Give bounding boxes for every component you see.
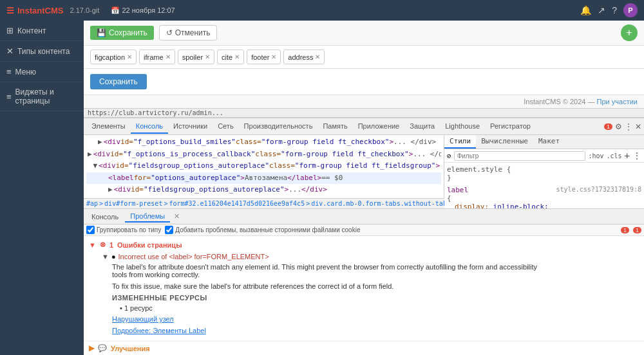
error-item: ▼ ● Incorrect use of <label> for=FORM_EL… [89,251,639,338]
dom-line[interactable]: ▼ <div id="fieldsgroup_options_autorepla… [86,160,441,172]
sidebar-label-content-types: Типы контента [17,47,70,56]
styles-tab-styles[interactable]: Стили [444,135,476,149]
devtools-tab-recorder[interactable]: Регистратор [485,120,536,134]
group-by-type-checkbox[interactable]: Группировать по типу [86,226,161,234]
sidebar-item-content-types[interactable]: ✕ Типы контента [0,41,84,62]
settings-icon[interactable]: ⚙ [615,122,622,131]
menu-icon: ≡ [6,67,12,77]
error-description: The label's for attribute doesn't match … [102,260,553,281]
devtools-tab-elements[interactable]: Элементы [86,120,131,134]
add-button[interactable]: + [621,24,638,41]
collapse-icon[interactable]: ▶ [108,185,113,196]
sidebar-label-widgets: Виджеты и страницы [15,87,77,105]
avatar[interactable]: P [623,3,638,17]
tag-figcaption-remove[interactable]: ✕ [127,53,132,60]
plus-icon[interactable]: + [625,150,630,161]
styles-filter: ⊘ :hov .cls + ⋮ [444,149,644,163]
warn-count-badge: 1 [633,227,641,233]
dom-line[interactable]: ▶ <div id="fieldsgroup_options_autorepla… [86,184,441,196]
styles-tab-layout[interactable]: Макет [533,135,565,149]
dom-line[interactable]: ▶ <div id="f_options_is_process_callback… [86,149,441,161]
tag-footer-remove[interactable]: ✕ [271,53,276,60]
collapse-icon[interactable]: ▼ [93,161,98,172]
devtools-panel: Элементы Консоль Источники Сеть Производ… [84,117,644,355]
save-icon: 💾 [97,28,106,37]
console-tab-console[interactable]: Консоль [86,212,124,222]
improvements-header[interactable]: ▶ 💬 Улучшения [89,344,639,352]
resource-bullet: • [120,304,122,312]
tag-address-remove[interactable]: ✕ [315,53,320,60]
save-button[interactable]: 💾 Сохранить [90,26,154,40]
more-styles-icon[interactable]: ⋮ [632,150,641,161]
undo-icon: ↺ [166,28,173,37]
sidebar-item-widgets[interactable]: ≡ Виджеты и страницы [0,82,84,111]
error-item-number: ● [111,253,116,260]
improvements-expand[interactable]: ▶ [89,344,94,352]
sidebar-item-content[interactable]: ⊞ Контент [0,21,84,41]
url-bar: https://club.artvictory.ru/admin... [84,108,644,117]
breadcrumb-form-preset[interactable]: div#form-preset [104,200,162,207]
devtools-tab-network[interactable]: Сеть [213,120,238,134]
logo: ☰ InstantCMS [6,6,64,15]
error-fix: To fix this issue, make sure the label's… [102,281,553,291]
devtools-tab-application[interactable]: Приложение [353,120,405,134]
logo-icon: ☰ [6,6,14,15]
add-cookie-issues-checkbox[interactable]: Добавить проблемы, вызванные сторонними … [165,226,360,234]
improvements-section: ▶ 💬 Улучшения [84,341,644,355]
devtools-tab-performance[interactable]: Производительность [239,120,318,134]
content-icon: ⊞ [6,26,14,35]
help-icon[interactable]: ? [612,5,617,15]
improvements-icon: 💬 [98,344,107,352]
main-layout: ⊞ Контент ✕ Типы контента ≡ Меню ≡ Видже… [0,21,644,355]
filter-icon: ⊘ [447,152,451,160]
error-expand-icon[interactable]: ▼ [89,241,96,249]
breadcrumb-ap[interactable]: #ap [86,200,98,207]
devtools-tab-sources[interactable]: Источники [168,120,213,134]
breadcrumb-div-card[interactable]: div.card.mb-0.form-tabs.without-tabs [311,200,444,207]
console-close[interactable]: ✕ [174,212,180,221]
devtools-tab-security[interactable]: Защита [404,120,440,134]
footer-link[interactable]: При участии [597,98,638,105]
content-area: 💾 Сохранить ↺ Отменить + figcaption ✕ if… [84,21,644,355]
error-link1[interactable]: Нарушающий узел [112,315,174,323]
tag-spoiler: spoiler ✕ [178,50,214,64]
collapse-icon[interactable]: ▶ [98,137,102,148]
cls-toggle[interactable]: .cls [606,152,621,159]
sidebar-item-menu[interactable]: ≡ Меню [0,62,84,82]
error-section-header[interactable]: ▼ ⊗ 1 Ошибки страницы [89,239,639,251]
tag-iframe-remove[interactable]: ✕ [166,53,171,60]
devtools-tab-lighthouse[interactable]: Lighthouse [440,120,485,134]
console-area: Консоль Проблемы ✕ Группировать по типу … [84,208,644,355]
save-main-button[interactable]: Сохранить [90,74,147,89]
error-item-header: ▼ ● Incorrect use of <label> for=FORM_EL… [102,253,639,260]
dom-line-selected[interactable]: <label for="options_autoreplace" > Автоз… [86,172,441,185]
tag-cite-remove[interactable]: ✕ [234,53,240,60]
tag-spoiler-remove[interactable]: ✕ [205,53,210,60]
cancel-button[interactable]: ↺ Отменить [159,25,218,41]
cms-toolbar: 💾 Сохранить ↺ Отменить + [84,21,644,46]
devtools-tab-console[interactable]: Консоль [131,120,168,134]
dom-line[interactable]: ▶ <div id="f_options_build_smiles" class… [86,136,441,149]
error-item-expand[interactable]: ▼ [102,253,109,260]
share-icon[interactable]: ↗ [598,5,605,15]
close-devtools-icon[interactable]: ✕ [635,122,641,131]
breadcrumb-form[interactable]: form#32.e116204e1417d5d0216ee9af4c5 [169,200,305,207]
error-resources-label: ИЗМЕНЕННЫЕ РЕСУРСЫ [102,291,639,303]
collapse-icon[interactable]: ▶ [88,149,92,160]
dock-icon[interactable]: ⋮ [625,122,632,131]
widgets-icon: ≡ [6,92,12,102]
tags-area: figcaption ✕ iframe ✕ spoiler ✕ cite ✕ f… [84,46,644,69]
styles-panel: Стили Вычисленные Макет ⊘ :hov .cls + ⋮ [444,135,644,208]
bell-icon[interactable]: 🔔 [580,5,591,15]
devtools-tab-memory[interactable]: Память [317,120,352,134]
hover-toggle[interactable]: :hov [588,152,603,159]
error-link2[interactable]: Подробнее: Элементы Label [112,327,206,334]
error-badge: 1 [604,123,612,130]
styles-filter-input[interactable] [454,151,586,161]
style-rule-element: element.style { } [447,165,641,182]
tag-cite: cite ✕ [217,50,244,64]
console-tab-problems[interactable]: Проблемы [125,211,170,223]
styles-tab-computed[interactable]: Вычисленные [476,135,533,149]
devtools-tabs: Элементы Консоль Источники Сеть Производ… [84,118,644,135]
logo-text: InstantCMS [17,6,64,15]
